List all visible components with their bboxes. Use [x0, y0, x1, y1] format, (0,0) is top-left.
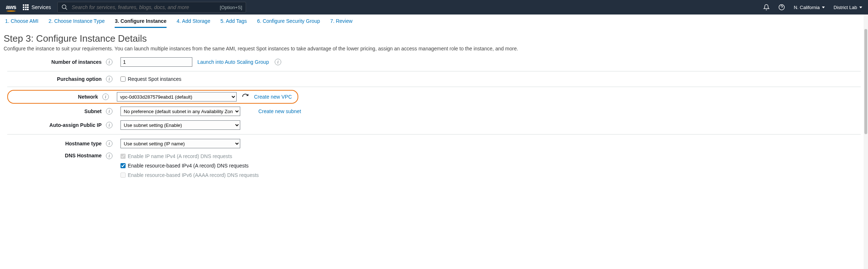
row-hostname: Hostname type Use subnet setting (IP nam…: [7, 137, 861, 150]
wizard-step-3[interactable]: 3. Configure Instance: [115, 18, 166, 28]
row-dns: DNS Hostname Enable IP name IPv4 (A reco…: [7, 150, 861, 180]
wizard-step-1[interactable]: 1. Choose AMI: [5, 18, 38, 28]
info-icon[interactable]: [275, 59, 281, 65]
label-dns: DNS Hostname: [7, 153, 105, 158]
checkbox-dns-ipv4-label: Enable resource-based IPv4 (A record) DN…: [128, 163, 249, 169]
select-hostname[interactable]: Use subnet setting (IP name): [120, 139, 240, 148]
page-heading: Step 3: Configure Instance Details Confi…: [0, 28, 868, 54]
row-purchasing: Purchasing option Request Spot instances: [7, 74, 861, 84]
chevron-down-icon: [822, 7, 825, 8]
wizard-step-6[interactable]: 6. Configure Security Group: [257, 18, 320, 28]
aws-logo[interactable]: aws: [6, 4, 16, 11]
services-menu-button[interactable]: Services: [23, 4, 51, 10]
info-icon[interactable]: [106, 122, 112, 128]
checkbox-dns-ipv4[interactable]: Enable resource-based IPv4 (A record) DN…: [120, 163, 259, 169]
row-num-instances: Number of instances Launch into Auto Sca…: [7, 55, 861, 69]
wizard-step-2[interactable]: 2. Choose Instance Type: [49, 18, 105, 28]
label-network: Network: [8, 94, 102, 100]
svg-point-0: [62, 5, 66, 9]
search-icon: [61, 4, 68, 11]
help-icon[interactable]: [778, 4, 785, 11]
search-input[interactable]: [71, 4, 216, 10]
services-label: Services: [32, 4, 51, 10]
input-num-instances[interactable]: [120, 57, 192, 67]
grid-icon: [23, 4, 29, 10]
scrollbar-thumb[interactable]: [864, 29, 867, 134]
checkbox-dns-ipname-label: Enable IP name IPv4 (A record) DNS reque…: [128, 153, 232, 159]
global-search[interactable]: [Option+S]: [57, 2, 246, 13]
page-title: Step 3: Configure Instance Details: [4, 33, 864, 44]
nav-right: N. California District Lab: [763, 4, 862, 11]
info-icon[interactable]: [106, 108, 112, 115]
select-auto-ip[interactable]: Use subnet setting (Enable): [120, 120, 240, 130]
checkbox-spot[interactable]: Request Spot instances: [120, 76, 181, 82]
search-shortcut-hint: [Option+S]: [220, 5, 242, 10]
label-subnet: Subnet: [7, 108, 105, 114]
wizard-step-7[interactable]: 7. Review: [330, 18, 352, 28]
info-icon[interactable]: [106, 59, 112, 65]
label-hostname: Hostname type: [7, 141, 105, 146]
aws-top-nav: aws Services [Option+S] N. California Di…: [0, 0, 868, 15]
checkbox-dns-ipv4-input[interactable]: [120, 163, 126, 168]
wizard-step-4[interactable]: 4. Add Storage: [177, 18, 210, 28]
checkbox-dns-ipname: Enable IP name IPv4 (A record) DNS reque…: [120, 153, 259, 159]
row-subnet: Subnet No preference (default subnet in …: [7, 104, 861, 118]
wizard-steps: 1. Choose AMI 2. Choose Instance Type 3.…: [0, 15, 868, 28]
select-network[interactable]: vpc-0d033d287579eabd1 (default): [117, 92, 237, 102]
link-create-vpc[interactable]: Create new VPC: [254, 94, 292, 100]
label-purchasing: Purchasing option: [7, 76, 105, 82]
row-network: Network vpc-0d033d287579eabd1 (default) …: [7, 89, 861, 104]
configure-form: Number of instances Launch into Auto Sca…: [0, 54, 868, 187]
svg-line-1: [66, 8, 67, 10]
wizard-step-5[interactable]: 5. Add Tags: [220, 18, 247, 28]
page-subtitle: Configure the instance to suit your requ…: [4, 46, 864, 51]
region-label: N. California: [794, 5, 820, 10]
region-selector[interactable]: N. California: [794, 5, 825, 10]
scrollbar[interactable]: [864, 15, 868, 187]
checkbox-spot-label: Request Spot instances: [128, 76, 181, 82]
info-icon[interactable]: [102, 94, 109, 100]
info-icon[interactable]: [106, 153, 112, 159]
row-auto-ip: Auto-assign Public IP Use subnet setting…: [7, 118, 861, 132]
checkbox-dns-ipname-input: [120, 154, 126, 159]
bell-icon[interactable]: [763, 4, 770, 11]
link-create-subnet[interactable]: Create new subnet: [258, 108, 301, 114]
refresh-icon[interactable]: [242, 93, 249, 100]
label-auto-ip: Auto-assign Public IP: [7, 122, 105, 128]
account-label: District Lab: [834, 5, 857, 10]
checkbox-spot-input[interactable]: [120, 76, 126, 82]
chevron-down-icon: [859, 7, 862, 8]
checkbox-dns-ipv6: Enable resource-based IPv6 (AAAA record)…: [120, 172, 259, 178]
account-menu[interactable]: District Lab: [834, 5, 862, 10]
info-icon[interactable]: [106, 76, 112, 82]
checkbox-dns-ipv6-input: [120, 173, 126, 178]
info-icon[interactable]: [106, 140, 112, 147]
checkbox-dns-ipv6-label: Enable resource-based IPv6 (AAAA record)…: [128, 172, 259, 178]
label-num-instances: Number of instances: [7, 59, 105, 65]
select-subnet[interactable]: No preference (default subnet in any Ava…: [120, 107, 240, 116]
link-auto-scaling[interactable]: Launch into Auto Scaling Group: [197, 59, 269, 65]
network-highlight: Network vpc-0d033d287579eabd1 (default) …: [7, 90, 298, 104]
